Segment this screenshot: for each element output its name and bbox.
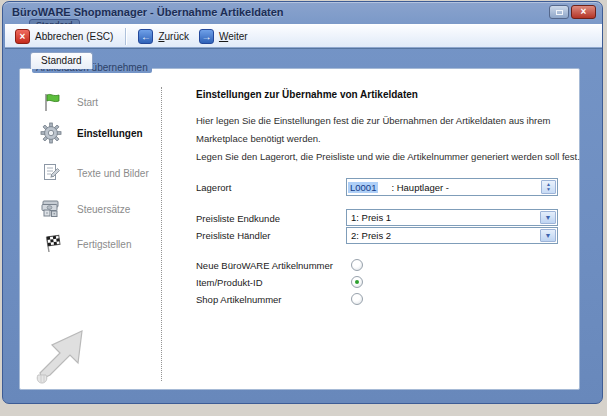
preisliste-endkunde-label: Preisliste Endkunde [196, 213, 280, 224]
back-button[interactable]: ← Zurück [133, 27, 194, 46]
maximize-button[interactable] [549, 5, 569, 19]
lagerort-value: : Hauptlager - [391, 182, 449, 193]
tab-standard[interactable]: Standard [30, 52, 93, 69]
back-arrow-icon: ← [138, 29, 153, 44]
sidebar-item-label: Einstellungen [77, 128, 143, 139]
sidebar-item-label: Start [77, 97, 98, 108]
vertical-separator [161, 87, 162, 381]
page-title: Einstellungen zur Übernahme von Artikeld… [196, 89, 418, 100]
toolbar: × Abbrechen (ESC) ← Zurück → Weiter [5, 24, 602, 48]
radio-label-item-produkt-id: Item/Produkt-ID [196, 277, 263, 288]
preisliste-endkunde-select[interactable]: 1: Preis 1 ▼ [346, 209, 558, 226]
app-window: BüroWARE Shopmanager - Übernahme Artikel… [2, 1, 603, 404]
radio-item-produkt-id[interactable] [351, 276, 363, 288]
dropdown-arrow-icon[interactable]: ▼ [540, 229, 556, 242]
sidebar-item-steuersaetze[interactable]: Steuersätze [38, 195, 130, 223]
cancel-button[interactable]: × Abbrechen (ESC) [10, 27, 118, 46]
lagerort-code: L0001 [348, 182, 378, 193]
next-label: Weiter [219, 31, 248, 42]
sidebar-item-start[interactable]: Start [38, 88, 98, 116]
preisliste-endkunde-value: 1: Preis 1 [351, 212, 391, 223]
green-flag-icon [38, 89, 64, 115]
arrow-watermark-icon [24, 317, 102, 391]
toolbar-separator [125, 28, 126, 45]
groupbox-artikeldaten: Artikeldaten übernehmen Start [19, 68, 580, 390]
preisliste-haendler-value: 2: Preis 2 [351, 230, 391, 241]
sidebar-item-texte-und-bilder[interactable]: Texte und Bilder [38, 159, 149, 187]
sidebar-item-fertigstellen[interactable]: Fertigstellen [38, 230, 131, 258]
maximize-icon [556, 10, 563, 15]
radio-label-neue-artikelnummer: Neue BüroWARE Artikelnummer [196, 260, 333, 271]
lagerort-field[interactable]: L0001 : Hauptlager - ▲ ▼ [346, 178, 558, 196]
cancel-label: Abbrechen (ESC) [35, 31, 113, 42]
titlebar[interactable]: BüroWARE Shopmanager - Übernahme Artikel… [3, 2, 602, 24]
dropdown-arrow-icon[interactable]: ▼ [540, 211, 556, 224]
document-pencil-icon [38, 160, 64, 186]
gear-icon [38, 120, 64, 146]
hidden-tab-clip: Standard [29, 14, 99, 24]
next-button[interactable]: → Weiter [194, 27, 253, 46]
sidebar-item-einstellungen[interactable]: Einstellungen [38, 119, 143, 147]
checkered-flag-icon [38, 231, 64, 257]
sidebar-item-label: Steuersätze [77, 204, 130, 215]
money-stack-icon [38, 196, 64, 222]
next-arrow-icon: → [199, 29, 214, 44]
preisliste-haendler-select[interactable]: 2: Preis 2 ▼ [346, 227, 558, 244]
spinner-buttons[interactable]: ▲ ▼ [541, 180, 556, 194]
radio-neue-artikelnummer[interactable] [351, 259, 363, 271]
lagerort-label: Lagerort [196, 182, 231, 193]
sidebar-item-label: Texte und Bilder [77, 168, 149, 179]
spin-down-icon: ▼ [546, 187, 551, 192]
preisliste-haendler-label: Preisliste Händler [196, 230, 270, 241]
radio-shop-artikelnummer[interactable] [351, 293, 363, 305]
close-button[interactable]: × [571, 5, 596, 19]
radio-label-shop-artikelnummer: Shop Artikelnummer [196, 294, 282, 305]
sidebar-item-label: Fertigstellen [77, 239, 131, 250]
back-label: Zurück [158, 31, 189, 42]
cancel-icon: × [15, 29, 30, 44]
description-text: Hier legen Sie die Einstellungen fest di… [196, 112, 580, 166]
